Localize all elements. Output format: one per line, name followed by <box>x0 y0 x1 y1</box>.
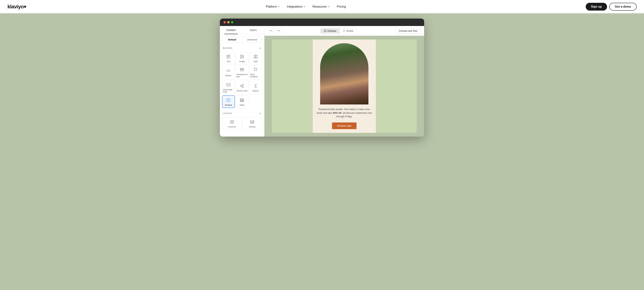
titlebar-close-dot[interactable] <box>224 21 226 23</box>
nav-link-resources[interactable]: Resources <box>312 5 330 8</box>
text-icon <box>226 54 231 59</box>
layout-section-header: LAYOUT ∧ <box>220 110 264 116</box>
email-cta-section: Browse sale <box>313 121 376 133</box>
undo-icon <box>270 29 272 32</box>
nav-actions: Sign up Get a demo <box>586 3 636 10</box>
sidebar-tabs: Content Styles <box>220 26 264 34</box>
email-text-section: Pampered bliss awaits. Get ready to make… <box>313 104 376 121</box>
block-button[interactable]: Button <box>222 65 235 79</box>
block-product[interactable]: Product <box>222 95 235 108</box>
email-cta-button[interactable]: Browse sale <box>332 122 356 129</box>
svg-point-5 <box>241 56 242 56</box>
view-toggle: Desktop Mobile <box>320 28 357 33</box>
nav-logo[interactable]: klaviyo <box>8 4 26 10</box>
product-icon <box>226 98 231 103</box>
view-desktop-button[interactable]: Desktop <box>320 28 340 33</box>
block-section[interactable]: Section <box>242 117 262 129</box>
tab-content[interactable]: Content <box>220 26 242 34</box>
block-header-link[interactable]: Header/Link Bar <box>236 65 248 79</box>
view-mobile-button[interactable]: Mobile <box>340 28 357 33</box>
logo-text: klaviyo <box>8 4 24 10</box>
canvas-left-bg <box>272 39 313 133</box>
svg-point-11 <box>241 70 242 70</box>
editor-sidebar: Content Styles Default Universal BLOCKS … <box>220 26 264 137</box>
social-links-icon <box>239 83 244 88</box>
block-split[interactable]: Split <box>249 52 262 64</box>
svg-rect-37 <box>250 121 254 123</box>
svg-rect-28 <box>227 99 228 100</box>
block-text[interactable]: Text <box>222 52 235 64</box>
desktop-icon <box>324 29 326 32</box>
redo-icon <box>277 29 280 32</box>
canvas-right-bg <box>376 39 417 133</box>
svg-point-20 <box>242 87 244 88</box>
svg-rect-34 <box>230 121 234 123</box>
email-canvas-wrapper: Pampered bliss awaits. Get ready to make… <box>272 39 417 133</box>
email-canvas: Pampered bliss awaits. Get ready to make… <box>313 39 376 133</box>
mobile-icon <box>343 29 345 32</box>
toolbar-left <box>268 28 282 34</box>
svg-point-12 <box>242 70 242 70</box>
block-horizontal-rule[interactable]: Horizontal Rule <box>222 80 235 95</box>
undo-button[interactable] <box>268 28 274 34</box>
svg-rect-14 <box>254 68 256 70</box>
svg-rect-40 <box>324 30 326 31</box>
signup-button[interactable]: Sign up <box>586 3 607 10</box>
chevron-down-icon <box>328 5 330 8</box>
editor-toolbar: Desktop Mobile Preview and Test <box>264 26 424 36</box>
svg-point-18 <box>242 84 244 85</box>
svg-point-13 <box>242 70 243 70</box>
navbar: klaviyo Platform Integrations Resources … <box>0 0 644 13</box>
svg-point-19 <box>240 85 242 86</box>
photo-placeholder <box>320 43 368 104</box>
svg-rect-15 <box>255 69 257 71</box>
layout-chevron-up-icon[interactable]: ∧ <box>260 112 261 115</box>
titlebar-minimize-dot[interactable] <box>227 21 230 23</box>
svg-rect-6 <box>254 55 255 58</box>
email-arch-image <box>320 43 368 104</box>
spacer-icon <box>253 83 258 88</box>
block-table[interactable]: Table <box>236 95 248 108</box>
email-body: Pampered bliss awaits. Get ready to make… <box>316 107 372 118</box>
block-columns[interactable]: Columns <box>222 117 242 129</box>
preview-button[interactable]: Preview and Test <box>396 28 420 34</box>
email-image-section <box>313 39 376 104</box>
demo-button[interactable]: Get a demo <box>609 3 636 10</box>
titlebar-expand-dot[interactable] <box>231 21 233 23</box>
layout-grid: Columns Section <box>220 116 264 130</box>
block-image[interactable]: Image <box>236 52 248 64</box>
editor-body: Content Styles Default Universal BLOCKS … <box>220 26 424 137</box>
hero-section: Content Styles Default Universal BLOCKS … <box>0 13 644 290</box>
logo-dot <box>24 6 26 7</box>
svg-rect-29 <box>240 99 244 102</box>
toolbar-center: Desktop Mobile <box>320 28 357 33</box>
blocks-grid: Text Image Split <box>220 51 264 109</box>
block-spacer[interactable]: Spacer <box>249 80 262 95</box>
nav-link-pricing[interactable]: Pricing <box>337 5 346 8</box>
nav-link-integrations[interactable]: Integrations <box>287 5 306 8</box>
svg-rect-7 <box>256 55 257 58</box>
toolbar-right: Preview and Test <box>396 28 420 34</box>
horizontal-rule-icon <box>226 82 231 87</box>
chevron-up-icon[interactable]: ∧ <box>260 47 261 49</box>
button-icon <box>226 68 231 73</box>
columns-icon <box>229 119 234 124</box>
header-link-icon <box>239 67 244 72</box>
blocks-section-header: BLOCKS ∧ <box>220 45 264 51</box>
redo-button[interactable] <box>276 28 282 34</box>
table-icon <box>239 98 244 103</box>
toggle-default[interactable]: Default <box>222 37 242 42</box>
image-icon <box>239 54 244 59</box>
nav-link-platform[interactable]: Platform <box>266 5 280 8</box>
editor-window: Content Styles Default Universal BLOCKS … <box>220 18 424 137</box>
toggle-universal[interactable]: Universal <box>242 37 262 42</box>
tab-styles[interactable]: Styles <box>242 26 264 34</box>
editor-titlebar <box>220 18 424 26</box>
svg-line-22 <box>242 85 242 86</box>
block-drop-shadow[interactable]: Drop Shadow <box>249 65 262 79</box>
drop-shadow-icon <box>253 67 258 72</box>
block-social-links[interactable]: Social Links <box>236 80 248 95</box>
svg-rect-8 <box>227 70 230 71</box>
canvas-area: Pampered bliss awaits. Get ready to make… <box>264 36 424 137</box>
sidebar-toggle: Default Universal <box>222 36 262 43</box>
